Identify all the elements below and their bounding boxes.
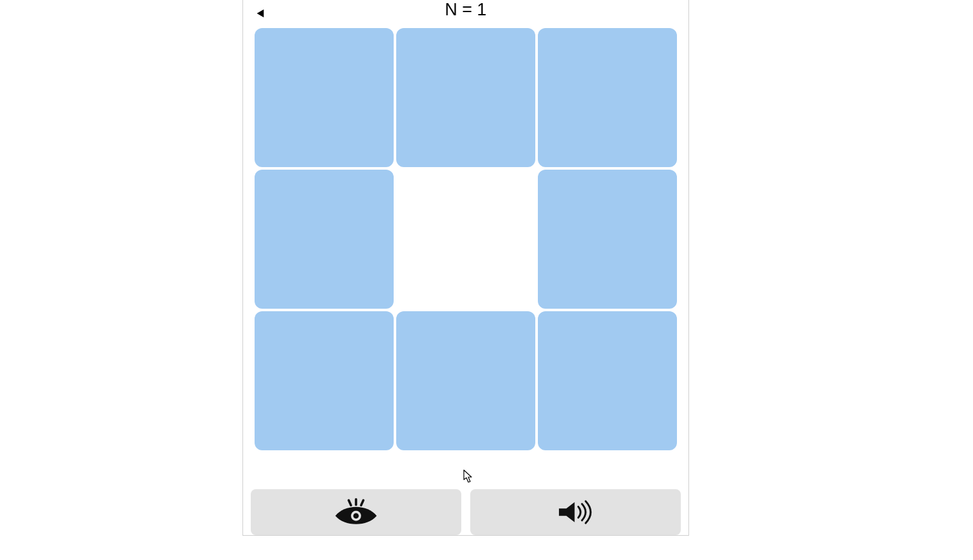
grid-cell-8 bbox=[538, 311, 677, 450]
grid-cell-5 bbox=[538, 170, 677, 309]
audio-match-button[interactable] bbox=[470, 489, 681, 535]
action-bar bbox=[251, 489, 681, 535]
header: N = 1 bbox=[243, 0, 688, 26]
visual-match-button[interactable] bbox=[251, 489, 461, 535]
level-title: N = 1 bbox=[243, 0, 688, 19]
grid-cell-7 bbox=[396, 311, 535, 450]
svg-marker-6 bbox=[559, 502, 574, 522]
grid-cell-2 bbox=[538, 28, 677, 167]
grid-cell-4 bbox=[396, 170, 535, 309]
game-panel: N = 1 bbox=[242, 0, 689, 536]
speaker-icon bbox=[553, 498, 598, 526]
grid-cell-6 bbox=[255, 311, 394, 450]
svg-point-5 bbox=[353, 513, 359, 519]
eye-icon bbox=[333, 498, 379, 526]
svg-line-2 bbox=[348, 500, 351, 505]
svg-line-3 bbox=[361, 500, 364, 505]
grid-cell-3 bbox=[255, 170, 394, 309]
grid-cell-0 bbox=[255, 28, 394, 167]
grid-container bbox=[255, 28, 677, 450]
grid-cell-1 bbox=[396, 28, 535, 167]
